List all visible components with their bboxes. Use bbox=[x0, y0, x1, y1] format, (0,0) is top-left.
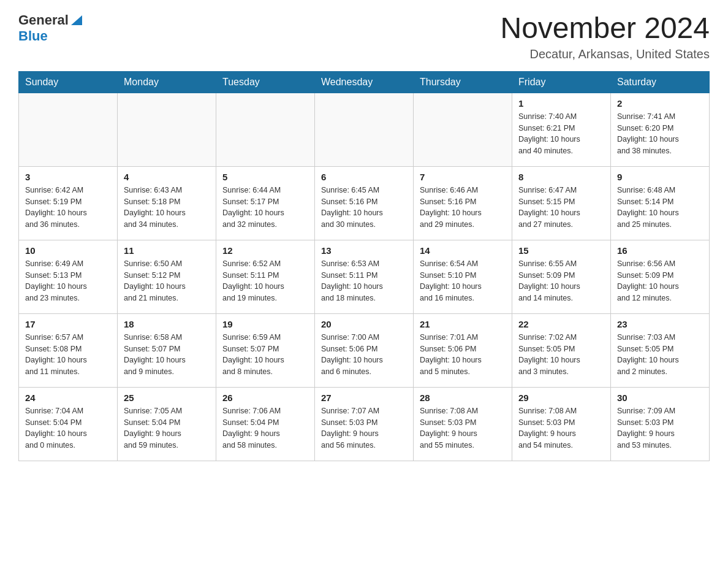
calendar-header-row: SundayMondayTuesdayWednesdayThursdayFrid… bbox=[19, 71, 710, 93]
calendar-cell: 18Sunrise: 6:58 AMSunset: 5:07 PMDayligh… bbox=[118, 313, 216, 387]
day-number: 22 bbox=[518, 319, 604, 329]
day-number: 29 bbox=[518, 393, 604, 403]
header-tuesday: Tuesday bbox=[216, 71, 315, 93]
day-info: Sunrise: 7:05 AMSunset: 5:04 PMDaylight:… bbox=[124, 405, 210, 451]
day-number: 13 bbox=[321, 245, 407, 256]
title-block: November 2024 Decatur, Arkansas, United … bbox=[500, 12, 710, 61]
day-number: 8 bbox=[518, 172, 604, 182]
calendar-cell bbox=[216, 93, 315, 166]
calendar-cell: 20Sunrise: 7:00 AMSunset: 5:06 PMDayligh… bbox=[315, 313, 414, 387]
day-info: Sunrise: 6:55 AMSunset: 5:09 PMDaylight:… bbox=[518, 258, 604, 304]
day-info: Sunrise: 7:01 AMSunset: 5:06 PMDaylight:… bbox=[420, 332, 506, 378]
calendar-week-2: 10Sunrise: 6:49 AMSunset: 5:13 PMDayligh… bbox=[19, 240, 710, 313]
day-number: 21 bbox=[420, 319, 506, 329]
logo-triangle-icon bbox=[70, 13, 83, 26]
logo: General Blue bbox=[18, 12, 83, 44]
calendar-cell: 21Sunrise: 7:01 AMSunset: 5:06 PMDayligh… bbox=[414, 313, 512, 387]
day-info: Sunrise: 7:08 AMSunset: 5:03 PMDaylight:… bbox=[420, 405, 506, 451]
calendar-cell: 12Sunrise: 6:52 AMSunset: 5:11 PMDayligh… bbox=[216, 240, 315, 313]
calendar-week-1: 3Sunrise: 6:42 AMSunset: 5:19 PMDaylight… bbox=[19, 166, 710, 240]
day-info: Sunrise: 6:56 AMSunset: 5:09 PMDaylight:… bbox=[617, 258, 703, 304]
header-sunday: Sunday bbox=[19, 71, 118, 93]
day-number: 25 bbox=[124, 393, 210, 403]
calendar-cell bbox=[118, 93, 216, 166]
calendar-cell: 9Sunrise: 6:48 AMSunset: 5:14 PMDaylight… bbox=[611, 166, 710, 240]
calendar-cell: 15Sunrise: 6:55 AMSunset: 5:09 PMDayligh… bbox=[512, 240, 611, 313]
day-number: 16 bbox=[617, 245, 703, 256]
day-info: Sunrise: 7:07 AMSunset: 5:03 PMDaylight:… bbox=[321, 405, 407, 451]
day-number: 12 bbox=[222, 245, 308, 256]
day-number: 17 bbox=[25, 319, 111, 329]
calendar-cell: 1Sunrise: 7:40 AMSunset: 6:21 PMDaylight… bbox=[512, 93, 611, 166]
day-number: 26 bbox=[222, 393, 308, 403]
day-number: 14 bbox=[420, 245, 506, 256]
day-info: Sunrise: 6:52 AMSunset: 5:11 PMDaylight:… bbox=[222, 258, 308, 304]
calendar-cell: 2Sunrise: 7:41 AMSunset: 6:20 PMDaylight… bbox=[611, 93, 710, 166]
day-info: Sunrise: 6:58 AMSunset: 5:07 PMDaylight:… bbox=[124, 332, 210, 378]
calendar-cell: 30Sunrise: 7:09 AMSunset: 5:03 PMDayligh… bbox=[611, 387, 710, 461]
calendar-cell: 5Sunrise: 6:44 AMSunset: 5:17 PMDaylight… bbox=[216, 166, 315, 240]
calendar-cell: 19Sunrise: 6:59 AMSunset: 5:07 PMDayligh… bbox=[216, 313, 315, 387]
logo-general-text: General bbox=[18, 12, 69, 28]
calendar-cell bbox=[19, 93, 118, 166]
calendar-cell: 28Sunrise: 7:08 AMSunset: 5:03 PMDayligh… bbox=[414, 387, 512, 461]
calendar-cell: 23Sunrise: 7:03 AMSunset: 5:05 PMDayligh… bbox=[611, 313, 710, 387]
day-info: Sunrise: 7:03 AMSunset: 5:05 PMDaylight:… bbox=[617, 332, 703, 378]
calendar-cell bbox=[414, 93, 512, 166]
day-number: 24 bbox=[25, 393, 111, 403]
header-monday: Monday bbox=[118, 71, 216, 93]
calendar-cell: 24Sunrise: 7:04 AMSunset: 5:04 PMDayligh… bbox=[19, 387, 118, 461]
calendar-week-0: 1Sunrise: 7:40 AMSunset: 6:21 PMDaylight… bbox=[19, 93, 710, 166]
calendar-cell: 13Sunrise: 6:53 AMSunset: 5:11 PMDayligh… bbox=[315, 240, 414, 313]
day-number: 19 bbox=[222, 319, 308, 329]
calendar-cell: 7Sunrise: 6:46 AMSunset: 5:16 PMDaylight… bbox=[414, 166, 512, 240]
calendar-cell: 27Sunrise: 7:07 AMSunset: 5:03 PMDayligh… bbox=[315, 387, 414, 461]
day-info: Sunrise: 7:06 AMSunset: 5:04 PMDaylight:… bbox=[222, 405, 308, 451]
day-number: 3 bbox=[25, 172, 111, 182]
calendar-cell: 11Sunrise: 6:50 AMSunset: 5:12 PMDayligh… bbox=[118, 240, 216, 313]
calendar-title: November 2024 bbox=[500, 12, 710, 45]
day-number: 1 bbox=[518, 98, 604, 109]
calendar-cell: 3Sunrise: 6:42 AMSunset: 5:19 PMDaylight… bbox=[19, 166, 118, 240]
day-info: Sunrise: 7:41 AMSunset: 6:20 PMDaylight:… bbox=[617, 111, 703, 157]
calendar-cell bbox=[315, 93, 414, 166]
day-info: Sunrise: 6:54 AMSunset: 5:10 PMDaylight:… bbox=[420, 258, 506, 304]
header-wednesday: Wednesday bbox=[315, 71, 414, 93]
header-saturday: Saturday bbox=[611, 71, 710, 93]
day-number: 28 bbox=[420, 393, 506, 403]
day-number: 27 bbox=[321, 393, 407, 403]
calendar-cell: 4Sunrise: 6:43 AMSunset: 5:18 PMDaylight… bbox=[118, 166, 216, 240]
day-number: 11 bbox=[124, 245, 210, 256]
day-info: Sunrise: 7:02 AMSunset: 5:05 PMDaylight:… bbox=[518, 332, 604, 378]
day-number: 9 bbox=[617, 172, 703, 182]
day-number: 30 bbox=[617, 393, 703, 403]
header-thursday: Thursday bbox=[414, 71, 512, 93]
day-info: Sunrise: 6:59 AMSunset: 5:07 PMDaylight:… bbox=[222, 332, 308, 378]
svg-marker-0 bbox=[71, 15, 82, 25]
calendar-week-4: 24Sunrise: 7:04 AMSunset: 5:04 PMDayligh… bbox=[19, 387, 710, 461]
calendar-cell: 25Sunrise: 7:05 AMSunset: 5:04 PMDayligh… bbox=[118, 387, 216, 461]
day-info: Sunrise: 6:48 AMSunset: 5:14 PMDaylight:… bbox=[617, 185, 703, 231]
day-info: Sunrise: 6:42 AMSunset: 5:19 PMDaylight:… bbox=[25, 185, 111, 231]
calendar-week-3: 17Sunrise: 6:57 AMSunset: 5:08 PMDayligh… bbox=[19, 313, 710, 387]
day-number: 10 bbox=[25, 245, 111, 256]
calendar-cell: 10Sunrise: 6:49 AMSunset: 5:13 PMDayligh… bbox=[19, 240, 118, 313]
day-info: Sunrise: 6:50 AMSunset: 5:12 PMDaylight:… bbox=[124, 258, 210, 304]
day-number: 20 bbox=[321, 319, 407, 329]
calendar-subtitle: Decatur, Arkansas, United States bbox=[500, 47, 710, 61]
day-info: Sunrise: 7:04 AMSunset: 5:04 PMDaylight:… bbox=[25, 405, 111, 451]
day-info: Sunrise: 6:53 AMSunset: 5:11 PMDaylight:… bbox=[321, 258, 407, 304]
header-friday: Friday bbox=[512, 71, 611, 93]
calendar-cell: 8Sunrise: 6:47 AMSunset: 5:15 PMDaylight… bbox=[512, 166, 611, 240]
day-info: Sunrise: 6:45 AMSunset: 5:16 PMDaylight:… bbox=[321, 185, 407, 231]
page-header: General Blue November 2024 Decatur, Arka… bbox=[18, 12, 710, 61]
day-number: 7 bbox=[420, 172, 506, 182]
calendar-cell: 14Sunrise: 6:54 AMSunset: 5:10 PMDayligh… bbox=[414, 240, 512, 313]
day-info: Sunrise: 7:00 AMSunset: 5:06 PMDaylight:… bbox=[321, 332, 407, 378]
day-number: 18 bbox=[124, 319, 210, 329]
calendar-cell: 17Sunrise: 6:57 AMSunset: 5:08 PMDayligh… bbox=[19, 313, 118, 387]
day-number: 4 bbox=[124, 172, 210, 182]
day-number: 6 bbox=[321, 172, 407, 182]
day-info: Sunrise: 6:46 AMSunset: 5:16 PMDaylight:… bbox=[420, 185, 506, 231]
day-info: Sunrise: 7:09 AMSunset: 5:03 PMDaylight:… bbox=[617, 405, 703, 451]
